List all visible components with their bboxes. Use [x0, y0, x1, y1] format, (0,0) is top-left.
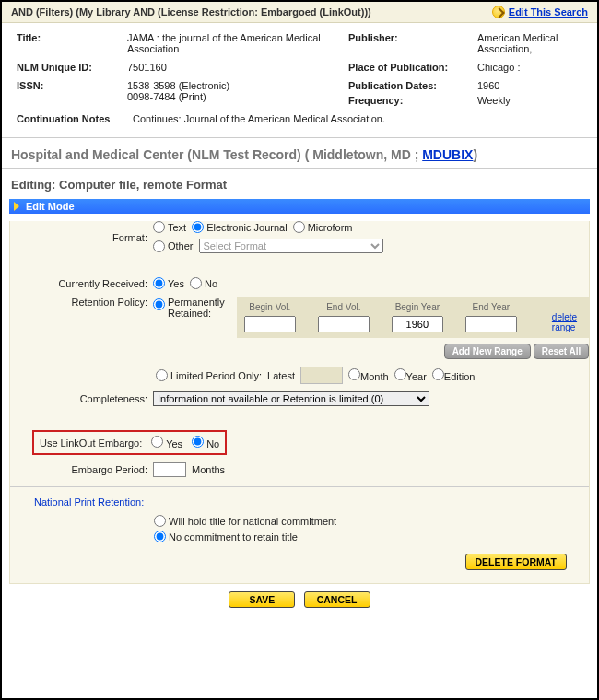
currently-received-no[interactable]: No	[190, 277, 217, 289]
retention-range-box: Begin Vol. End Vol. Begin Year End Year …	[237, 297, 589, 338]
npr-hold-label: Will hold title for national commitment	[169, 516, 336, 527]
place-of-pub-label: Place of Publication:	[343, 58, 472, 76]
npr-no-commitment-option[interactable]: No commitment to retain title	[154, 531, 298, 542]
use-linkout-embargo-label: Use LinkOut Embargo:	[40, 438, 142, 449]
delete-range-link[interactable]: delete range	[552, 312, 581, 332]
embargo-yes-label: Yes	[166, 438, 182, 449]
delete-format-button[interactable]: DELETE FORMAT	[465, 554, 567, 570]
format-text-option[interactable]: Text	[153, 221, 186, 233]
organization-line: Hospital and Medical Center (NLM Test Re…	[2, 138, 597, 169]
reset-all-button[interactable]: Reset All	[534, 344, 589, 359]
continuation-label: Continuation Notes	[17, 113, 127, 124]
embargo-no-label: No	[206, 438, 219, 449]
begin-year-input[interactable]	[392, 316, 443, 332]
edit-search-icon	[492, 6, 505, 18]
publisher-value: American Medical Association,	[472, 29, 588, 58]
issn-label: ISSN:	[11, 76, 122, 110]
frequency-value: Weekly	[477, 95, 582, 106]
frequency-label: Frequency:	[348, 95, 466, 106]
cancel-button[interactable]: CANCEL	[304, 591, 370, 608]
completeness-label: Completeness:	[29, 393, 153, 404]
latest-month-label: Month	[360, 371, 389, 382]
format-ej-label: Electronic Journal	[206, 222, 287, 233]
end-year-label: End Year	[473, 302, 511, 312]
embargo-no-option[interactable]: No	[192, 436, 219, 449]
completeness-select[interactable]: Information not available or Retention i…	[153, 391, 429, 406]
format-label: Format:	[29, 232, 153, 243]
retention-permanently-label: Permanently Retained:	[168, 297, 231, 319]
filter-summary: AND (Filters) (My Library AND (License R…	[11, 6, 371, 18]
pub-dates-value: 1960-	[477, 80, 582, 91]
continuation-value: Continues: Journal of the American Medic…	[127, 113, 385, 124]
format-other-select[interactable]: Select Format	[199, 239, 383, 253]
latest-edition-option[interactable]: Edition	[432, 368, 476, 382]
begin-year-label: Begin Year	[395, 302, 440, 312]
begin-vol-input[interactable]	[244, 316, 296, 332]
cr-yes-label: Yes	[168, 278, 184, 289]
npr-noc-label: No commitment to retain title	[169, 531, 298, 542]
format-ej-option[interactable]: Electronic Journal	[192, 221, 287, 233]
cr-no-label: No	[205, 278, 217, 289]
end-vol-label: End Vol.	[326, 302, 360, 312]
issn-value-electronic: 1538-3598 (Electronic)	[127, 80, 337, 91]
embargo-period-input[interactable]	[153, 462, 186, 477]
latest-year-label: Year	[406, 371, 427, 382]
place-of-pub-value: Chicago :	[472, 58, 588, 76]
embargo-highlight-box: Use LinkOut Embargo: Yes No	[32, 430, 227, 455]
org-code-link[interactable]: MDUBIX	[422, 147, 473, 162]
retention-policy-label: Retention Policy:	[29, 297, 153, 308]
national-print-retention-link[interactable]: National Print Retention:	[34, 496, 144, 508]
pub-dates-label: Publication Dates:	[348, 80, 466, 91]
end-year-input[interactable]	[465, 316, 517, 332]
npr-hold-option[interactable]: Will hold title for national commitment	[154, 515, 336, 527]
nlm-id-value: 7501160	[122, 58, 343, 76]
format-microform-option[interactable]: Microform	[293, 221, 353, 233]
edit-search-link-text[interactable]: Edit This Search	[509, 6, 588, 18]
latest-label: Latest	[267, 370, 295, 381]
end-vol-input[interactable]	[318, 316, 370, 332]
edit-mode-bar: Edit Mode	[9, 199, 590, 214]
embargo-period-unit: Months	[192, 464, 225, 475]
editing-heading: Editing: Computer file, remote Format	[2, 169, 597, 195]
begin-vol-label: Begin Vol.	[249, 302, 290, 312]
latest-month-option[interactable]: Month	[348, 368, 389, 382]
issn-value-print: 0098-7484 (Print)	[127, 91, 337, 102]
currently-received-label: Currently Received:	[29, 278, 153, 289]
embargo-yes-option[interactable]: Yes	[151, 436, 182, 449]
format-other-label: Other	[168, 240, 194, 251]
latest-edition-label: Edition	[444, 371, 476, 382]
format-microform-label: Microform	[308, 222, 353, 233]
latest-year-option[interactable]: Year	[394, 368, 427, 382]
format-text-label: Text	[168, 222, 186, 233]
retention-limited-label: Limited Period Only:	[170, 370, 262, 381]
title-label: Title:	[11, 29, 122, 58]
edit-form: Format: Text Electronic Journal Microfor…	[9, 221, 590, 584]
currently-received-yes[interactable]: Yes	[153, 277, 184, 289]
embargo-period-label: Embargo Period:	[29, 464, 153, 475]
org-text: Hospital and Medical Center (NLM Test Re…	[11, 147, 422, 162]
edit-this-search-link[interactable]: Edit This Search	[492, 6, 588, 18]
format-other-option[interactable]: Other	[153, 240, 194, 252]
publisher-label: Publisher:	[343, 29, 472, 58]
retention-permanently-option[interactable]: Permanently Retained:	[153, 297, 231, 319]
org-text-post: )	[473, 147, 477, 162]
add-new-range-button[interactable]: Add New Range	[444, 344, 531, 359]
save-button[interactable]: SAVE	[229, 591, 295, 608]
nlm-id-label: NLM Unique ID:	[11, 58, 122, 76]
record-details: Title: JAMA : the journal of the America…	[2, 23, 597, 138]
title-value: JAMA : the journal of the American Medic…	[122, 29, 343, 58]
retention-limited-option[interactable]: Limited Period Only:	[156, 369, 262, 381]
latest-input[interactable]	[300, 367, 343, 384]
